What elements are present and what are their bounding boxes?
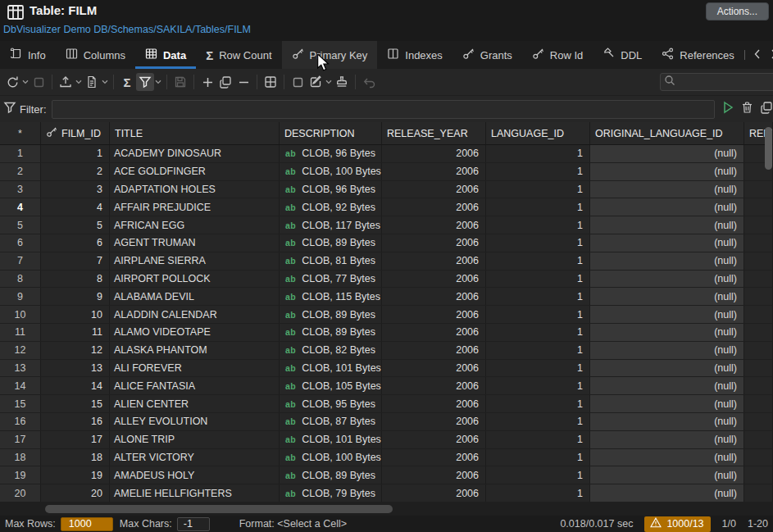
film-id-cell[interactable]: 8: [41, 271, 110, 288]
language-id-cell[interactable]: 1: [486, 288, 590, 305]
description-cell[interactable]: abCLOB, 89 Bytes: [280, 466, 382, 484]
release-year-cell[interactable]: 2006: [382, 377, 486, 394]
table-row[interactable]: 99ALABAMA DEVILabCLOB, 115 Bytes20061(nu…: [0, 288, 773, 306]
original-language-id-cell[interactable]: (null): [590, 252, 744, 270]
add-row-icon[interactable]: [198, 73, 216, 91]
language-id-cell[interactable]: 1: [486, 466, 590, 484]
table-row[interactable]: 22ACE GOLDFINGERabCLOB, 100 Bytes20061(n…: [0, 163, 773, 181]
original-language-id-cell[interactable]: (null): [590, 271, 744, 288]
table-row[interactable]: 1313ALI FOREVERabCLOB, 101 Bytes20061(nu…: [0, 360, 773, 378]
table-row[interactable]: 2020AMELIE HELLFIGHTERSabCLOB, 79 Bytes2…: [0, 484, 773, 502]
title-cell[interactable]: AFFAIR PREJUDICE: [110, 198, 280, 216]
language-id-cell[interactable]: 1: [486, 271, 590, 288]
title-cell[interactable]: ACE GOLDFINGER: [110, 163, 280, 180]
column-header-language-id[interactable]: LANGUAGE_ID: [486, 122, 590, 144]
language-id-cell[interactable]: 1: [486, 324, 590, 341]
description-cell[interactable]: abCLOB, 79 Bytes: [280, 484, 382, 502]
column-header-rownum[interactable]: *: [0, 122, 41, 144]
film-id-cell[interactable]: 18: [41, 449, 110, 466]
tab-primary-key[interactable]: Primary Key: [282, 41, 378, 69]
row-number-cell[interactable]: 5: [0, 216, 41, 234]
table-row[interactable]: 1919AMADEUS HOLYabCLOB, 89 Bytes20061(nu…: [0, 466, 773, 484]
language-id-cell[interactable]: 1: [486, 431, 590, 448]
column-header-title[interactable]: TITLE: [110, 122, 280, 144]
row-number-cell[interactable]: 10: [0, 306, 41, 323]
language-id-cell[interactable]: 1: [486, 163, 590, 180]
language-id-cell[interactable]: 1: [486, 145, 590, 162]
release-year-cell[interactable]: 2006: [382, 484, 486, 502]
description-cell[interactable]: abCLOB, 100 Bytes: [280, 163, 382, 180]
description-cell[interactable]: abCLOB, 77 Bytes: [280, 271, 382, 288]
release-year-cell[interactable]: 2006: [382, 252, 486, 270]
release-year-cell[interactable]: 2006: [382, 145, 486, 162]
column-header-film-id[interactable]: FILM_ID: [41, 122, 110, 144]
title-cell[interactable]: ALADDIN CALENDAR: [110, 306, 280, 323]
title-cell[interactable]: AIRPORT POLLOCK: [110, 271, 280, 288]
original-language-id-cell[interactable]: (null): [590, 234, 744, 252]
search-input[interactable]: [679, 76, 761, 88]
film-id-cell[interactable]: 5: [41, 216, 110, 234]
vertical-scrollbar-thumb[interactable]: [765, 127, 772, 170]
file-dropdown-icon[interactable]: [101, 73, 109, 91]
language-id-cell[interactable]: 1: [486, 449, 590, 466]
tab-indexes[interactable]: Indexes: [377, 41, 452, 69]
original-language-id-cell[interactable]: (null): [590, 306, 744, 323]
row-number-cell[interactable]: 8: [0, 271, 41, 288]
grid-icon[interactable]: [261, 73, 280, 91]
description-cell[interactable]: abCLOB, 101 Bytes: [280, 360, 382, 377]
row-number-cell[interactable]: 20: [0, 484, 41, 502]
row-number-cell[interactable]: 12: [0, 342, 41, 359]
film-id-cell[interactable]: 17: [41, 431, 110, 448]
film-id-cell[interactable]: 6: [41, 234, 110, 252]
description-cell[interactable]: abCLOB, 95 Bytes: [280, 395, 382, 412]
row-number-cell[interactable]: 17: [0, 431, 41, 448]
release-year-cell[interactable]: 2006: [382, 360, 486, 377]
scroll-tabs-right-icon[interactable]: [770, 48, 773, 62]
description-cell[interactable]: abCLOB, 105 Bytes: [280, 377, 382, 394]
scroll-tabs-left-icon[interactable]: [753, 48, 762, 62]
description-cell[interactable]: abCLOB, 89 Bytes: [280, 324, 382, 341]
row-number-cell[interactable]: 9: [0, 288, 41, 305]
table-row[interactable]: 1717ALONE TRIPabCLOB, 101 Bytes20061(nul…: [0, 431, 773, 449]
tab-ddl[interactable]: DDL: [593, 41, 652, 69]
title-cell[interactable]: ALI FOREVER: [110, 360, 280, 377]
film-id-cell[interactable]: 13: [41, 360, 110, 377]
original-language-id-cell[interactable]: (null): [590, 216, 744, 234]
description-cell[interactable]: abCLOB, 89 Bytes: [280, 306, 382, 323]
film-id-cell[interactable]: 1: [41, 145, 110, 162]
language-id-cell[interactable]: 1: [486, 234, 590, 252]
release-year-cell[interactable]: 2006: [382, 431, 486, 448]
row-number-cell[interactable]: 3: [0, 181, 41, 198]
table-row[interactable]: 88AIRPORT POLLOCKabCLOB, 77 Bytes20061(n…: [0, 271, 773, 289]
edit-dropdown-icon[interactable]: [325, 73, 333, 91]
film-id-cell[interactable]: 4: [41, 198, 110, 216]
table-row[interactable]: 1515ALIEN CENTERabCLOB, 95 Bytes20061(nu…: [0, 395, 773, 413]
row-number-cell[interactable]: 19: [0, 466, 41, 484]
table-row[interactable]: 1010ALADDIN CALENDARabCLOB, 89 Bytes2006…: [0, 306, 773, 324]
description-cell[interactable]: abCLOB, 89 Bytes: [280, 234, 382, 252]
description-cell[interactable]: abCLOB, 117 Bytes: [280, 216, 382, 234]
language-id-cell[interactable]: 1: [486, 342, 590, 359]
delete-row-icon[interactable]: [234, 73, 252, 91]
table-row[interactable]: 55AFRICAN EGGabCLOB, 117 Bytes20061(null…: [0, 216, 773, 234]
original-language-id-cell[interactable]: (null): [590, 163, 744, 180]
language-id-cell[interactable]: 1: [486, 360, 590, 377]
title-cell[interactable]: ALIEN CENTER: [110, 395, 280, 412]
tab-columns[interactable]: Columns: [56, 41, 135, 69]
row-number-cell[interactable]: 6: [0, 234, 41, 252]
edit-cell-icon[interactable]: [307, 73, 325, 91]
release-year-cell[interactable]: 2006: [382, 216, 486, 234]
breadcrumb[interactable]: DbVisualizer Demo DB/Schemas/SAKILA/Tabl…: [3, 24, 251, 35]
reload-dropdown-icon[interactable]: [21, 73, 30, 91]
filter-input[interactable]: [52, 100, 716, 119]
title-cell[interactable]: AMELIE HELLFIGHTERS: [110, 484, 280, 502]
select-cell-icon[interactable]: [289, 73, 307, 91]
row-number-cell[interactable]: 2: [0, 163, 41, 180]
film-id-cell[interactable]: 2: [41, 163, 110, 180]
max-rows-input[interactable]: [61, 517, 113, 531]
horizontal-scrollbar-thumb[interactable]: [45, 505, 393, 513]
original-language-id-cell[interactable]: (null): [590, 360, 744, 377]
description-cell[interactable]: abCLOB, 115 Bytes: [280, 288, 382, 305]
release-year-cell[interactable]: 2006: [382, 271, 486, 288]
original-language-id-cell[interactable]: (null): [590, 145, 744, 162]
